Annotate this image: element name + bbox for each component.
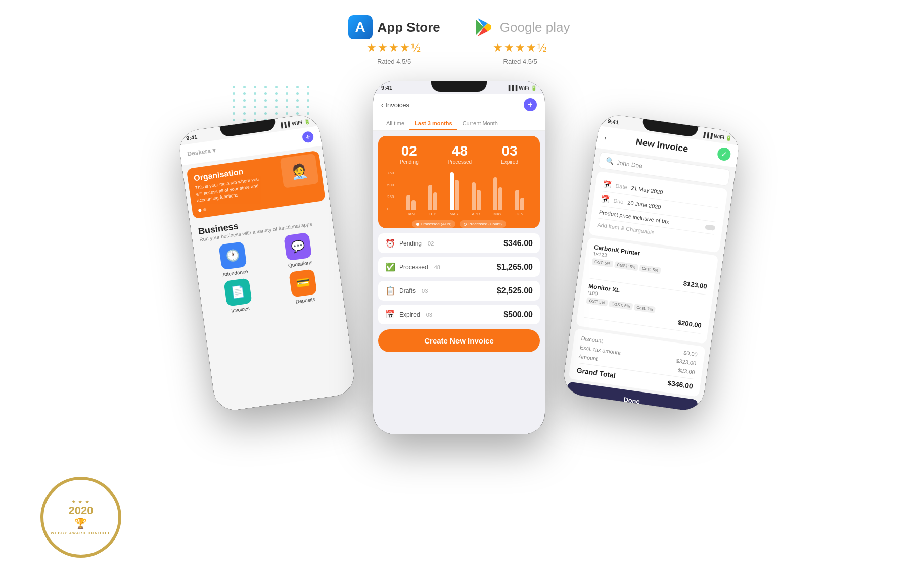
app-quotations[interactable]: 💬 Quotations [265, 230, 331, 271]
stat-expired: 03 Expired [501, 143, 518, 165]
attendance-icon: 🕐 [218, 241, 247, 270]
center-plus-button[interactable]: + [524, 98, 537, 111]
webby-year: 2020 [69, 504, 94, 517]
invoice-expired[interactable]: 📅 Expired 03 $500.00 [378, 305, 540, 324]
invoices-page-title: Invoices [385, 101, 409, 109]
invoice-drafts[interactable]: 📋 Drafts 03 $2,525.00 [378, 281, 540, 301]
appstore-stars: ★★★★½ [366, 41, 421, 55]
googleplay-stars: ★★★★½ [493, 41, 547, 55]
expired-value: 03 [501, 143, 518, 159]
invoices-icon: 📄 [223, 278, 252, 306]
right-status-icons: ▐▐▐ WiFi 🔋 [702, 131, 732, 141]
business-section: Business Run your business with a variet… [190, 204, 344, 321]
processed-label: Processed [448, 159, 472, 165]
right-time: 9:41 [607, 118, 619, 125]
expired-label: Expired [501, 159, 518, 165]
stats-card: 02 Pending 48 Processed 03 Expired 75050… [378, 136, 540, 228]
center-back-button[interactable]: ‹ Invoices [381, 101, 409, 109]
webby-icon: 🏆 [74, 517, 87, 529]
center-status-icons: ▐▐▐ WiFi 🔋 [507, 85, 537, 91]
store-badges: A App Store ★★★★½ Rated 4.5/5 Google pla… [0, 0, 918, 65]
pending-value: 02 [400, 143, 419, 159]
monitor-price: $200.00 [677, 319, 702, 329]
org-illustration: 🧑‍💼 [280, 154, 319, 188]
webby-badge: ★ ★ ★ 2020 🏆 WEBBY AWARD HONOREE [40, 477, 121, 558]
appstore-icon: A [348, 15, 373, 39]
center-header: ‹ Invoices + [373, 94, 545, 116]
appstore-name: App Store [378, 20, 440, 35]
due-calendar-icon: 📅 [601, 194, 610, 204]
attendance-label: Attendance [222, 268, 248, 277]
apps-grid: 🕐 Attendance 💬 Quotations 📄 Invoices 💳 D… [201, 230, 337, 317]
tab-last3months[interactable]: Last 3 months [409, 116, 457, 130]
center-phone-notch [431, 81, 487, 92]
items-section: CarbonX Printer 1x123 GST: 5% CGST: 5% C… [576, 237, 718, 344]
right-back-button[interactable]: ‹ [604, 133, 607, 141]
invoice-list: ⏰ Pending 02 $346.00 ✅ Processed 48 $1,2… [373, 233, 545, 324]
phones-container: 9:41 ▐▐▐WiFi🔋 Deskera ▾ + Organisation T… [181, 81, 737, 561]
quotations-label: Quotations [288, 259, 312, 268]
date-value: 21 May 2020 [631, 185, 664, 195]
calendar-icon: 📅 [603, 180, 612, 189]
new-invoice-title: New Invoice [635, 136, 689, 154]
googleplay-badge[interactable]: Google play ★★★★½ Rated 4.5/5 [471, 15, 570, 65]
stat-processed: 48 Processed [448, 143, 472, 165]
left-plus-button[interactable]: + [302, 131, 314, 143]
left-status-icons: ▐▐▐WiFi🔋 [279, 118, 310, 128]
center-phone: 9:41 ▐▐▐ WiFi 🔋 ‹ Invoices + All time La… [373, 81, 545, 434]
deskera-logo: Deskera ▾ [187, 146, 216, 158]
processed-value: 48 [448, 143, 472, 159]
chart-area: 7505002500 JAN [385, 171, 533, 221]
tab-alltime[interactable]: All time [381, 116, 409, 130]
back-arrow: ‹ [381, 101, 383, 109]
appstore-badge[interactable]: A App Store ★★★★½ Rated 4.5/5 [348, 15, 440, 65]
due-value: 20 June 2020 [627, 199, 662, 210]
left-time: 9:41 [186, 134, 197, 141]
quotations-icon: 💬 [284, 232, 312, 261]
deposits-icon: 💳 [289, 269, 317, 297]
due-label: Due [613, 197, 624, 205]
chart-legend: Processed (AFN) Processed (Count) [387, 220, 531, 228]
center-time: 9:41 [381, 85, 392, 91]
invoice-pending[interactable]: ⏰ Pending 02 $346.00 [378, 233, 540, 253]
create-invoice-button[interactable]: Create New Invoice [378, 329, 540, 352]
appstore-rating: Rated 4.5/5 [377, 58, 411, 65]
stat-pending: 02 Pending [400, 143, 419, 165]
search-placeholder: John Doe [616, 159, 643, 169]
invoices-label: Invoices [231, 306, 250, 314]
chart-bars: JAN FEB [399, 171, 531, 216]
stats-row: 02 Pending 48 Processed 03 Expired [385, 143, 533, 165]
carbonx-price: $123.00 [683, 279, 708, 290]
search-icon: 🔍 [605, 157, 614, 166]
checkmark-button[interactable]: ✓ [717, 146, 731, 161]
right-back-arrow: ‹ [604, 133, 607, 141]
right-phone: 9:41 ▐▐▐ WiFi 🔋 ‹ New Invoice ✓ 🔍 John D… [561, 113, 741, 413]
date-label: Date [615, 183, 628, 190]
webby-text: WEBBY AWARD HONOREE [51, 531, 111, 535]
tabs-bar: All time Last 3 months Current Month [373, 116, 545, 131]
invoice-processed[interactable]: ✅ Processed 48 $1,265.00 [378, 257, 540, 277]
pending-label: Pending [400, 159, 419, 165]
deskera-arrow: ▾ [212, 146, 216, 154]
deposits-label: Deposits [295, 296, 315, 304]
googleplay-icon [471, 15, 495, 39]
app-attendance[interactable]: 🕐 Attendance [201, 239, 266, 280]
googleplay-name: Google play [500, 20, 570, 35]
deskera-name: Deskera [187, 147, 211, 157]
app-deposits[interactable]: 💳 Deposits [270, 266, 336, 307]
app-invoices[interactable]: 📄 Invoices [206, 275, 271, 316]
left-phone: 9:41 ▐▐▐WiFi🔋 Deskera ▾ + Organisation T… [177, 113, 356, 413]
googleplay-rating: Rated 4.5/5 [503, 58, 537, 65]
tab-currentmonth[interactable]: Current Month [457, 116, 503, 130]
